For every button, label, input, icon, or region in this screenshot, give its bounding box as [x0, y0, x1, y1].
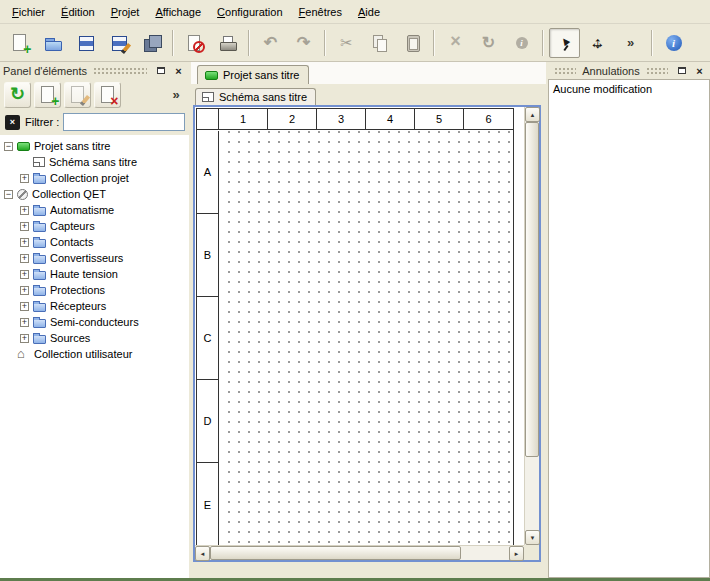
- project-tabbar: Projet sans titre: [191, 62, 546, 84]
- delete-element-button[interactable]: [94, 82, 121, 108]
- schema-icon: [33, 157, 45, 167]
- menu-projet[interactable]: Projet: [103, 3, 148, 21]
- main-toolbar: »: [0, 24, 710, 62]
- tree-item-collection-utilisateur[interactable]: Collection utilisateur: [0, 346, 189, 362]
- horizontal-scrollbar[interactable]: ◄ ►: [195, 545, 524, 560]
- tree-item-collection-projet[interactable]: +Collection projet: [0, 170, 189, 186]
- scroll-down-button[interactable]: ▼: [525, 530, 540, 545]
- tree-item-capteurs[interactable]: +Capteurs: [0, 218, 189, 234]
- tree-expander[interactable]: +: [20, 302, 29, 311]
- tree-item-projet-sans-titre[interactable]: −Projet sans titre: [0, 138, 189, 154]
- diagram-tab[interactable]: Schéma sans titre: [195, 88, 316, 105]
- edit-element-button[interactable]: [64, 82, 91, 108]
- copy-icon: [370, 33, 390, 53]
- panel-overflow-button[interactable]: »: [167, 82, 185, 108]
- undo-panel-grip[interactable]: [554, 67, 576, 75]
- tree-item-convertisseurs[interactable]: +Convertisseurs: [0, 250, 189, 266]
- copy-button[interactable]: [364, 28, 395, 58]
- elements-panel-title: Panel d'éléments: [3, 65, 87, 77]
- horizontal-scroll-track[interactable]: [210, 546, 509, 560]
- undo-close-button[interactable]: ×: [692, 64, 707, 78]
- vertical-scroll-track[interactable]: [525, 122, 539, 530]
- paste-button[interactable]: [397, 28, 428, 58]
- undo-float-button[interactable]: [674, 64, 689, 78]
- filter-input[interactable]: [63, 113, 185, 131]
- diagram-tabbar: Schéma sans titre: [193, 85, 541, 105]
- cut-button[interactable]: [331, 28, 362, 58]
- element-info-button[interactable]: [506, 28, 537, 58]
- diagram-grid[interactable]: [220, 131, 513, 545]
- menu-fichier[interactable]: Fichier: [4, 3, 53, 21]
- tree-item-schema-sans-titre[interactable]: Schéma sans titre: [0, 154, 189, 170]
- menu-edition[interactable]: Édition: [53, 3, 103, 21]
- tree-item-haute-tension[interactable]: +Haute tension: [0, 266, 189, 282]
- scroll-left-button[interactable]: ◄: [195, 546, 210, 561]
- new-document-button[interactable]: [4, 28, 35, 58]
- panel-overflow-icon: »: [167, 85, 185, 105]
- toolbar-overflow-button[interactable]: »: [615, 28, 646, 58]
- menu-fenetres[interactable]: Fenêtres: [291, 3, 350, 21]
- select-mode-button[interactable]: [549, 28, 580, 58]
- vertical-scrollbar[interactable]: ▲ ▼: [524, 107, 539, 545]
- undo-list[interactable]: Aucune modification: [548, 79, 710, 578]
- diagram-tab-label: Schéma sans titre: [219, 91, 307, 103]
- save-all-button[interactable]: [136, 28, 167, 58]
- rotate-button[interactable]: [473, 28, 504, 58]
- tree-expander[interactable]: −: [4, 142, 13, 151]
- save-as-button[interactable]: [103, 28, 134, 58]
- tree-item-automatisme[interactable]: +Automatisme: [0, 202, 189, 218]
- undo-panel-dock: Annulations × Aucune modification: [548, 62, 710, 578]
- scroll-right-button[interactable]: ►: [509, 546, 524, 561]
- undo-button[interactable]: [255, 28, 286, 58]
- tree-expander[interactable]: +: [20, 318, 29, 327]
- tree-expander[interactable]: −: [4, 190, 13, 199]
- save-button[interactable]: [70, 28, 101, 58]
- tree-expander[interactable]: +: [20, 222, 29, 231]
- diagram-view[interactable]: 123456 ABCDE ▲ ▼ ◄: [193, 105, 541, 562]
- elements-panel-titlebar[interactable]: Panel d'éléments ×: [0, 62, 189, 79]
- toolbar-separator: [433, 30, 435, 56]
- new-element-button[interactable]: [34, 82, 61, 108]
- menu-configuration[interactable]: Configuration: [209, 3, 290, 21]
- scroll-up-button[interactable]: ▲: [525, 107, 540, 122]
- clear-filter-button[interactable]: [4, 114, 21, 131]
- tree-expander[interactable]: +: [20, 286, 29, 295]
- tree-expander[interactable]: +: [20, 174, 29, 183]
- tree-item-collection-qet[interactable]: −Collection QET: [0, 186, 189, 202]
- tree-item-label: Schéma sans titre: [49, 156, 137, 168]
- folder-icon: [33, 255, 46, 264]
- elements-float-button[interactable]: [153, 64, 168, 78]
- visualisation-mode-icon: [588, 33, 608, 53]
- elements-tree: −Projet sans titreSchéma sans titre+Coll…: [0, 135, 189, 578]
- menu-affichage[interactable]: Affichage: [147, 3, 209, 21]
- tree-item-recepteurs[interactable]: +Récepteurs: [0, 298, 189, 314]
- tree-expander[interactable]: +: [20, 206, 29, 215]
- qelectrotech-window: FichierÉditionProjetAffichageConfigurati…: [0, 0, 710, 581]
- tree-expander[interactable]: +: [20, 334, 29, 343]
- visualisation-mode-button[interactable]: [582, 28, 613, 58]
- tree-item-protections[interactable]: +Protections: [0, 282, 189, 298]
- about-qet-button[interactable]: [658, 28, 689, 58]
- tree-expander[interactable]: +: [20, 238, 29, 247]
- tree-item-semi-conducteurs[interactable]: +Semi-conducteurs: [0, 314, 189, 330]
- close-document-button[interactable]: [179, 28, 210, 58]
- tree-item-sources[interactable]: +Sources: [0, 330, 189, 346]
- project-tab[interactable]: Projet sans titre: [197, 65, 309, 84]
- horizontal-scroll-thumb[interactable]: [210, 546, 461, 560]
- tree-expander[interactable]: +: [20, 270, 29, 279]
- cut-icon: [337, 33, 357, 53]
- print-button[interactable]: [212, 28, 243, 58]
- elements-close-button[interactable]: ×: [171, 64, 186, 78]
- toolbar-separator: [324, 30, 326, 56]
- delete-button[interactable]: [440, 28, 471, 58]
- tree-item-contacts[interactable]: +Contacts: [0, 234, 189, 250]
- reload-collections-button[interactable]: [4, 82, 31, 108]
- menu-aide[interactable]: Aide: [350, 3, 388, 21]
- undo-panel-titlebar[interactable]: Annulations ×: [548, 62, 710, 79]
- open-document-button[interactable]: [37, 28, 68, 58]
- elements-panel-grip[interactable]: [93, 67, 147, 75]
- vertical-scroll-thumb[interactable]: [525, 122, 539, 457]
- tree-expander[interactable]: +: [20, 254, 29, 263]
- redo-button[interactable]: [288, 28, 319, 58]
- undo-panel-grip-right[interactable]: [646, 67, 668, 75]
